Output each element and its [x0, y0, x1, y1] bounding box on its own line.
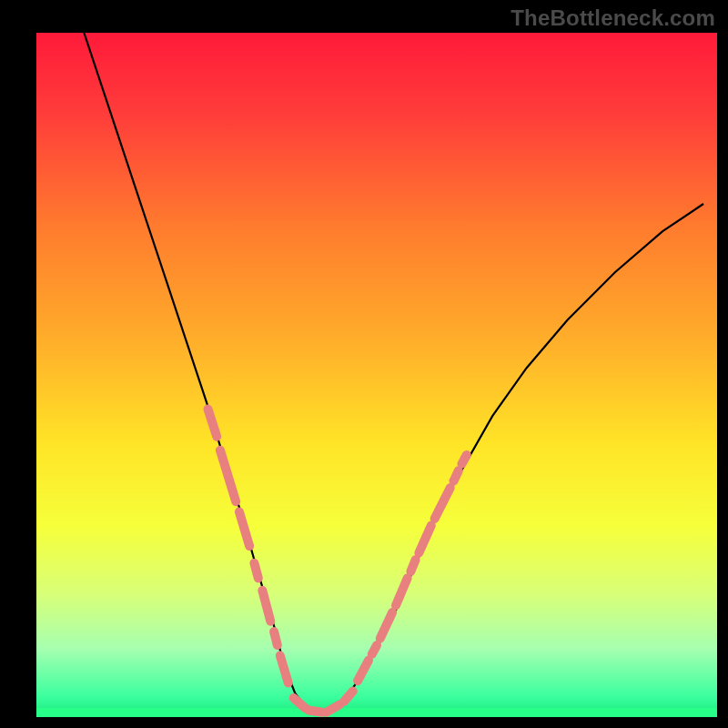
- chart-stage: TheBottleneck.com: [0, 0, 728, 728]
- bottleneck-chart: [0, 0, 728, 728]
- svg-line-19: [454, 470, 459, 480]
- bottom-green-band: [36, 708, 717, 717]
- svg-line-20: [462, 455, 467, 464]
- svg-line-16: [410, 560, 415, 571]
- watermark-label: TheBottleneck.com: [511, 5, 715, 31]
- plot-background: [36, 33, 717, 717]
- svg-line-4: [254, 563, 258, 579]
- svg-line-6: [274, 632, 278, 645]
- svg-line-13: [372, 645, 377, 654]
- svg-line-9: [308, 710, 322, 712]
